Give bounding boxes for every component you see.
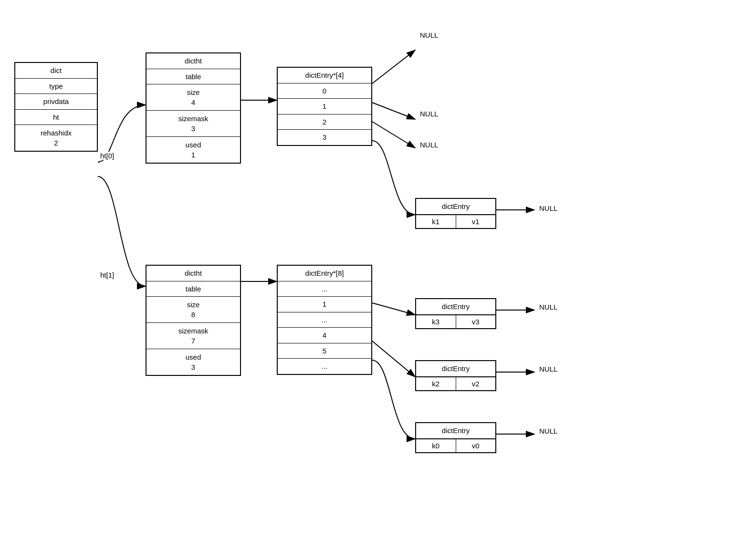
- dict-cell-type: type: [15, 79, 97, 94]
- array8-box: dictEntry*[8] ... 1 ... 4 5 ...: [277, 265, 372, 375]
- array8-cell-5: 5: [278, 343, 371, 359]
- array8-cell-1: 1: [278, 297, 371, 312]
- array8-header: dictEntry*[8]: [278, 266, 371, 281]
- ht1-cell-sizemask: sizemask7: [146, 323, 240, 349]
- ht1-dictht-box: dictht table size8 sizemask7 used3: [146, 265, 241, 376]
- ht0-label: ht[0]: [100, 152, 114, 160]
- arrows-svg: [0, 0, 753, 560]
- null-label-mid1: NULL: [420, 110, 438, 118]
- ht1-cell-table: table: [146, 281, 240, 297]
- null-label-mid2: NULL: [420, 141, 438, 149]
- ht1-cell-used: used3: [146, 349, 240, 375]
- ht0-cell-dictht: dictht: [146, 53, 240, 69]
- dict-cell-rehashidx: rehashidx2: [15, 125, 97, 151]
- entry-k3v3-header: dictEntry: [416, 299, 495, 315]
- array4-cell-1: 1: [278, 99, 371, 114]
- entry-k0v0-box: dictEntry k0 v0: [415, 422, 496, 453]
- diagram: dict type privdata ht rehashidx2 ht[0] h…: [0, 0, 753, 560]
- entry-k2v2-v: v2: [456, 377, 496, 390]
- entry-k0v0-v: v0: [456, 439, 496, 452]
- entry-k0v0-k: k0: [416, 439, 456, 452]
- null-label-k1v1: NULL: [539, 204, 557, 212]
- null-label-top: NULL: [420, 31, 438, 39]
- dict-box: dict type privdata ht rehashidx2: [14, 62, 98, 152]
- array4-cell-3: 3: [278, 130, 371, 145]
- entry-k1v1-k: k1: [416, 215, 456, 228]
- ht1-cell-size: size8: [146, 297, 240, 323]
- entry-k2v2-header: dictEntry: [416, 361, 495, 377]
- entry-k3v3-box: dictEntry k3 v3: [415, 298, 496, 329]
- entry-k1v1-header: dictEntry: [416, 199, 495, 215]
- entry-k3v3-k: k3: [416, 315, 456, 328]
- entry-k3v3-v: v3: [456, 315, 496, 328]
- ht0-dictht-box: dictht table size4 sizemask3 used1: [146, 52, 241, 164]
- dict-cell-ht: ht: [15, 110, 97, 125]
- ht0-cell-table: table: [146, 69, 240, 85]
- entry-k1v1-box: dictEntry k1 v1: [415, 198, 496, 229]
- null-label-k0v0: NULL: [539, 427, 557, 435]
- dict-cell-privdata: privdata: [15, 94, 97, 110]
- ht0-cell-size: size4: [146, 84, 240, 111]
- array8-cell-dots2: ...: [278, 312, 371, 328]
- null-label-k3v3: NULL: [539, 303, 557, 311]
- array4-header: dictEntry*[4]: [278, 68, 371, 83]
- svg-line-5: [372, 122, 415, 148]
- array8-cell-4: 4: [278, 328, 371, 343]
- array4-cell-0: 0: [278, 83, 371, 99]
- array8-cell-dots3: ...: [278, 359, 371, 374]
- array4-cell-2: 2: [278, 114, 371, 130]
- array8-cell-dots1: ...: [278, 281, 371, 297]
- entry-k2v2-box: dictEntry k2 v2: [415, 360, 496, 391]
- ht0-cell-sizemask: sizemask3: [146, 111, 240, 137]
- ht1-cell-dictht: dictht: [146, 266, 240, 281]
- entry-k1v1-v: v1: [456, 215, 496, 228]
- svg-line-4: [372, 103, 415, 119]
- ht1-label: ht[1]: [100, 271, 114, 279]
- ht0-cell-used: used1: [146, 137, 240, 163]
- svg-line-7: [372, 303, 415, 315]
- dict-cell-dict: dict: [15, 63, 97, 79]
- entry-k0v0-header: dictEntry: [416, 423, 495, 439]
- null-label-k2v2: NULL: [539, 365, 557, 373]
- array4-box: dictEntry*[4] 0 1 2 3: [277, 67, 372, 146]
- svg-line-9: [372, 341, 415, 377]
- svg-line-3: [372, 50, 415, 83]
- entry-k2v2-k: k2: [416, 377, 456, 390]
